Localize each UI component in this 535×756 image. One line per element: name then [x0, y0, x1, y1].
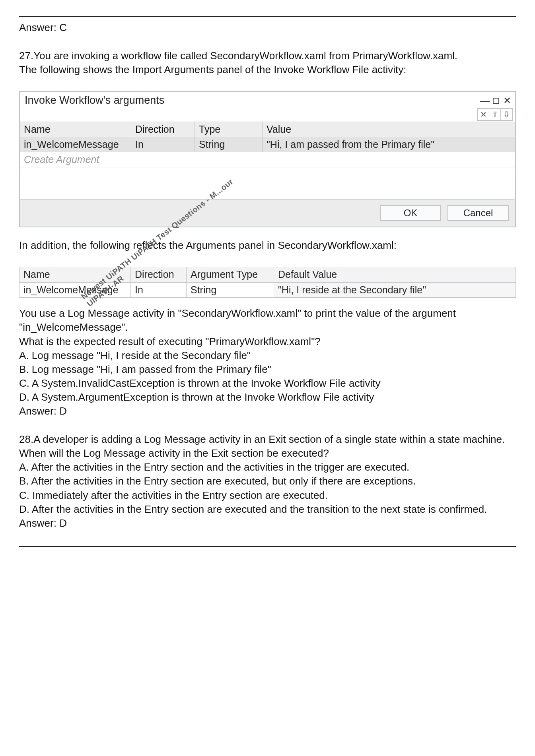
q28-optD: D. After the activities in the Entry sec…	[19, 502, 516, 516]
q27-optB: B. Log message "Hi, I am passed from the…	[19, 362, 516, 376]
arguments-grid: Name Direction Type Value in_WelcomeMess…	[20, 122, 515, 199]
q28-optC: C. Immediately after the activities in t…	[19, 488, 516, 502]
arg-value: "Hi, I am passed from the Primary file"	[263, 137, 515, 152]
q27-answer: Answer: D	[19, 404, 516, 418]
dialog-header: Invoke Workflow's arguments — □ ✕	[20, 92, 515, 108]
create-argument[interactable]: Create Argument	[20, 152, 515, 167]
q27-intro: 27.You are invoking a workflow file call…	[19, 49, 516, 77]
q27-line2: The following shows the Import Arguments…	[19, 63, 516, 77]
q27-optA: A. Log message "Hi, I reside at the Seco…	[19, 349, 516, 362]
q27-line1: 27.You are invoking a workflow file call…	[19, 49, 516, 63]
col-name[interactable]: Name	[20, 122, 131, 137]
q28-intro1: 28.A developer is adding a Log Message a…	[19, 432, 516, 446]
arrow-down-icon[interactable]: ⇩	[500, 109, 512, 120]
q28-optA: A. After the activities in the Entry sec…	[19, 460, 516, 474]
maximize-icon[interactable]: □	[491, 96, 501, 105]
arg-name: in_WelcomeMessage	[20, 137, 131, 152]
q28-body: 28.A developer is adding a Log Message a…	[19, 432, 516, 530]
dialog-title: Invoke Workflow's arguments	[25, 94, 164, 107]
col2-type[interactable]: Argument Type	[187, 267, 274, 282]
q27-after1: You use a Log Message activity in "Secon…	[19, 306, 516, 334]
arrow-up-icon[interactable]: ⇧	[489, 109, 500, 120]
invoke-arguments-dialog: Invoke Workflow's arguments — □ ✕ ✕ ⇧ ⇩ …	[19, 91, 516, 227]
ok-button[interactable]: OK	[380, 205, 441, 221]
col2-name[interactable]: Name	[19, 267, 131, 282]
q27-optC: C. A System.InvalidCastException is thro…	[19, 376, 516, 390]
secondary-arguments-table: Name Direction Argument Type Default Val…	[19, 267, 516, 298]
arg-direction: In	[131, 137, 195, 152]
q27-body: You use a Log Message activity in "Secon…	[19, 306, 516, 418]
delete-icon[interactable]: ✕	[478, 109, 489, 120]
q28-intro2: When will the Log Message activity in th…	[19, 446, 516, 460]
minimize-icon[interactable]: —	[480, 96, 490, 105]
dialog-footer: OK Cancel	[20, 199, 515, 227]
dialog-toolbar: ✕ ⇧ ⇩	[20, 108, 515, 122]
arg2-type: String	[187, 283, 274, 297]
arg2-direction: In	[131, 283, 187, 297]
q27-after2: What is the expected result of executing…	[19, 335, 516, 349]
cancel-button[interactable]: Cancel	[447, 205, 509, 221]
argument-row[interactable]: in_WelcomeMessage In String "Hi, I am pa…	[20, 137, 515, 152]
col-direction[interactable]: Direction	[131, 122, 195, 137]
col2-value[interactable]: Default Value	[274, 267, 516, 282]
q28-optB: B. After the activities in the Entry sec…	[19, 474, 516, 488]
col2-direction[interactable]: Direction	[131, 267, 187, 282]
col-type[interactable]: Type	[195, 122, 263, 137]
prev-answer: Answer: C	[19, 21, 516, 35]
arg2-name: in_WelcomeMessage	[19, 283, 131, 297]
col-value[interactable]: Value	[263, 122, 515, 137]
q27-optD: D. A System.ArgumentException is thrown …	[19, 390, 516, 404]
argument2-row[interactable]: in_WelcomeMessage In String "Hi, I resid…	[19, 283, 516, 297]
q28-answer: Answer: D	[19, 516, 516, 530]
q27-mid: In addition, the following reflects the …	[19, 238, 516, 252]
arg-type: String	[195, 137, 263, 152]
grid-empty-area	[20, 167, 515, 199]
close-icon[interactable]: ✕	[502, 96, 512, 105]
arg2-value: "Hi, I reside at the Secondary file"	[274, 283, 516, 297]
